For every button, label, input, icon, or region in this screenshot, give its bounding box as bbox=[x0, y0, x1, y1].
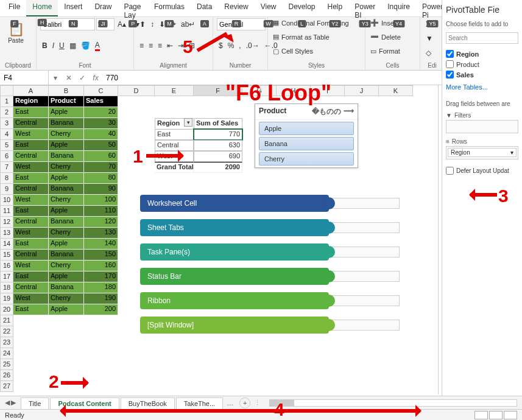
cell[interactable]: 80 bbox=[84, 173, 118, 184]
row-header[interactable]: 12 bbox=[0, 217, 13, 228]
sheet-tab[interactable]: Title bbox=[21, 397, 49, 410]
defer-layout-checkbox[interactable]: Defer Layout Updat bbox=[446, 167, 518, 175]
row-header[interactable]: 17 bbox=[0, 271, 13, 282]
pivot-filter-dropdown-icon[interactable]: ▾ bbox=[184, 118, 192, 127]
cell-styles-button[interactable]: ▢Cell Styles bbox=[272, 47, 361, 56]
cell[interactable]: Product bbox=[49, 96, 84, 107]
underline-button[interactable]: U bbox=[57, 40, 66, 52]
cell[interactable]: Central bbox=[13, 151, 49, 162]
field-checkbox[interactable] bbox=[446, 50, 454, 58]
ribbon-tab-inquire[interactable]: InquireY4 bbox=[381, 0, 416, 16]
row-header[interactable]: 14 bbox=[0, 239, 13, 250]
slicer-item[interactable]: Banana bbox=[259, 137, 354, 150]
row-header[interactable]: 2 bbox=[0, 107, 13, 118]
border-button[interactable]: ▦ bbox=[68, 40, 78, 52]
cell[interactable]: West bbox=[13, 195, 49, 206]
page-break-view-button[interactable] bbox=[504, 411, 517, 419]
fx-icon[interactable]: fx bbox=[89, 74, 102, 82]
cell[interactable]: Apple bbox=[49, 239, 84, 250]
pivot-field-sales[interactable]: Sales bbox=[446, 69, 518, 80]
ribbon-tab-file[interactable]: FileF bbox=[2, 0, 26, 16]
row-header[interactable]: 23 bbox=[0, 337, 13, 348]
cell[interactable]: 40 bbox=[84, 129, 118, 140]
normal-view-button[interactable] bbox=[474, 411, 488, 419]
chevron-down-icon[interactable]: ▾ bbox=[510, 149, 513, 156]
ribbon-tab-help[interactable]: HelpY2 bbox=[322, 0, 349, 16]
bold-button[interactable]: B bbox=[40, 40, 49, 52]
row-header[interactable]: 15 bbox=[0, 250, 13, 261]
pivottable-fields-pane[interactable]: PivotTable Fie Choose fields to add to R… bbox=[442, 0, 522, 420]
cell[interactable]: 130 bbox=[84, 228, 118, 239]
row-header[interactable]: 5 bbox=[0, 140, 13, 151]
horizontal-scrollbar[interactable] bbox=[269, 399, 517, 407]
clear-filter-icon[interactable]: ⟿ bbox=[344, 107, 354, 117]
row-header[interactable]: 13 bbox=[0, 228, 13, 239]
pivot-field-region[interactable]: Region bbox=[446, 49, 518, 59]
ribbon-tab-formulas[interactable]: FormulasM bbox=[148, 0, 191, 16]
row-header[interactable]: 27 bbox=[0, 381, 13, 392]
cell[interactable]: 100 bbox=[84, 195, 118, 206]
cell[interactable]: Banana bbox=[49, 118, 84, 129]
wrap-text-icon[interactable]: ab↵ bbox=[179, 18, 197, 30]
cell[interactable]: Apple bbox=[49, 140, 84, 151]
cancel-formula-icon[interactable]: ✕ bbox=[62, 74, 76, 82]
column-header[interactable]: B bbox=[49, 85, 84, 96]
cell[interactable]: Apple bbox=[49, 206, 84, 217]
cell[interactable]: 170 bbox=[84, 271, 118, 282]
cell[interactable]: 160 bbox=[84, 261, 118, 271]
row-header[interactable]: 8 bbox=[0, 173, 13, 184]
row-header[interactable]: 20 bbox=[0, 304, 13, 315]
delete-cells-button[interactable]: ➖Delete bbox=[369, 32, 416, 41]
cell[interactable]: 2090 bbox=[194, 162, 242, 173]
cell[interactable]: Grand Total bbox=[155, 162, 194, 173]
cell[interactable]: 190 bbox=[84, 293, 118, 304]
column-header[interactable]: D bbox=[118, 85, 155, 96]
cell[interactable]: East bbox=[13, 239, 49, 250]
row-header[interactable]: 18 bbox=[0, 282, 13, 293]
cell[interactable]: East bbox=[13, 173, 49, 184]
cell[interactable]: Banana bbox=[49, 151, 84, 162]
cell[interactable]: 120 bbox=[84, 217, 118, 228]
cell[interactable]: West bbox=[13, 228, 49, 239]
cell[interactable]: Central bbox=[13, 217, 49, 228]
cell[interactable]: Central bbox=[13, 250, 49, 261]
cell[interactable]: Cherry bbox=[49, 195, 84, 206]
row-header[interactable]: 9 bbox=[0, 184, 13, 195]
row-header[interactable]: 6 bbox=[0, 151, 13, 162]
row-header[interactable]: 3 bbox=[0, 118, 13, 129]
clear-icon[interactable]: ◇ bbox=[424, 47, 433, 59]
comma-icon[interactable]: , bbox=[237, 40, 242, 52]
row-header[interactable]: 24 bbox=[0, 348, 13, 359]
cell[interactable]: East bbox=[13, 107, 49, 118]
column-header[interactable]: K bbox=[379, 85, 413, 96]
cell[interactable]: 110 bbox=[84, 206, 118, 217]
filters-drop-zone[interactable] bbox=[446, 120, 518, 133]
cell[interactable]: Apple bbox=[49, 107, 84, 118]
row-headers[interactable]: 1234567891011121314151617181920212223242… bbox=[0, 96, 13, 392]
sheet-tab[interactable]: TakeThe... bbox=[176, 397, 223, 410]
font-name-combo[interactable] bbox=[40, 18, 95, 30]
cell[interactable]: Central bbox=[13, 118, 49, 129]
cell[interactable]: 200 bbox=[84, 304, 118, 315]
cell[interactable]: Apple bbox=[49, 271, 84, 282]
cell[interactable]: Cherry bbox=[49, 162, 84, 173]
align-right-icon[interactable]: ≡ bbox=[156, 40, 164, 52]
cell[interactable]: West bbox=[13, 261, 49, 271]
fill-color-button[interactable]: 🪣 bbox=[79, 40, 92, 52]
row-header[interactable]: 1 bbox=[0, 96, 13, 107]
cell[interactable]: East bbox=[13, 304, 49, 315]
sheet-nav-prev-icon[interactable]: ◀ bbox=[5, 399, 10, 407]
align-center-icon[interactable]: ≡ bbox=[147, 40, 155, 52]
slicer-item[interactable]: Apple bbox=[259, 122, 354, 135]
cell[interactable]: 90 bbox=[84, 184, 118, 195]
ribbon-tab-draw[interactable]: DrawJI bbox=[88, 0, 118, 16]
row-header[interactable]: 19 bbox=[0, 293, 13, 304]
conditional-formatting-button[interactable]: ▦Conditional Formatting bbox=[272, 18, 361, 27]
font-color-button[interactable]: A bbox=[93, 39, 102, 53]
align-left-icon[interactable]: ≡ bbox=[138, 40, 146, 52]
rows-drop-zone[interactable]: Region▾ bbox=[446, 146, 518, 159]
cell[interactable]: Central bbox=[13, 282, 49, 293]
cell[interactable]: 140 bbox=[84, 239, 118, 250]
ribbon-tab-data[interactable]: DataA bbox=[191, 0, 218, 16]
name-box[interactable] bbox=[0, 71, 49, 85]
